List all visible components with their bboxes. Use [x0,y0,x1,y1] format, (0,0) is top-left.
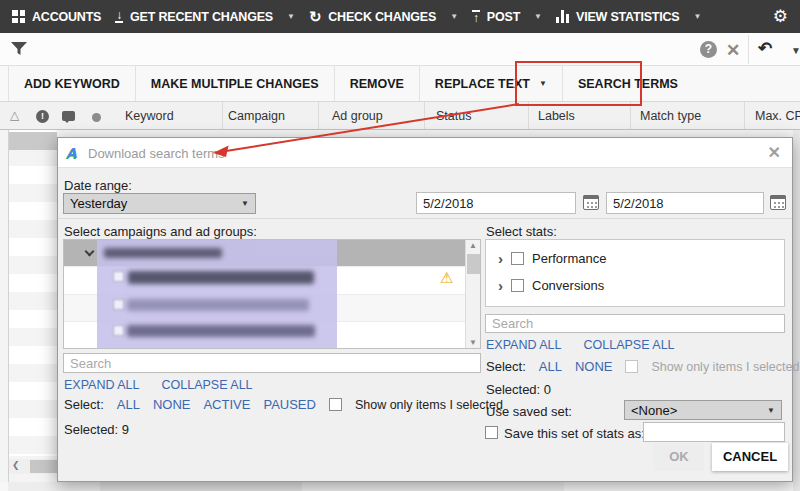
expand-chevron-icon[interactable]: › [498,279,503,292]
tree-vertical-scrollbar[interactable]: ▲ ▼ [465,240,480,348]
campaigns-expand-all-link[interactable]: EXPAND ALL [64,378,140,392]
campaign-checkbox[interactable] [113,299,124,310]
column-status[interactable]: Status [436,109,471,123]
scroll-left-icon[interactable]: ❮ [12,460,20,470]
redacted-campaign-row[interactable] [127,325,315,337]
redo-caret-icon[interactable]: ▼ [791,45,800,56]
campaigns-select-all-link[interactable]: ALL [117,397,140,412]
redacted-campaign-row[interactable] [127,299,309,311]
save-set-name-input[interactable] [643,422,785,442]
column-labels[interactable]: Labels [538,109,575,123]
date-range-select[interactable]: Yesterday ▼ [63,193,256,214]
start-date-input[interactable] [416,192,576,214]
conversions-checkbox[interactable] [511,279,524,292]
campaigns-selected-count: 9 [122,422,129,437]
menu-get-recent-changes[interactable]: ↓ GET RECENT CHANGES [115,10,273,24]
remove-button[interactable]: REMOVE [335,66,420,101]
help-icon[interactable]: ? [700,41,717,58]
clear-filter-icon[interactable]: ✕ [726,40,740,61]
get-recent-changes-caret-icon[interactable]: ▼ [287,12,295,21]
change-triangle-icon[interactable]: △ [10,108,19,122]
stats-collapse-all-link[interactable]: COLLAPSE ALL [584,338,675,352]
column-divider [744,102,745,129]
dialog-divider [58,218,792,219]
end-date-calendar-icon[interactable] [770,195,786,210]
replace-text-caret-icon[interactable]: ▼ [539,79,547,88]
start-date-calendar-icon[interactable] [583,195,599,210]
stats-show-only-checkbox[interactable] [625,360,638,373]
table-bottom-row [0,482,800,491]
check-changes-caret-icon[interactable]: ▼ [450,12,458,21]
campaigns-select-active-link[interactable]: ACTIVE [203,397,250,412]
accounts-grid-icon [12,10,25,23]
column-divider [318,102,319,129]
cancel-button[interactable]: CANCEL [712,443,788,471]
scroll-up-icon[interactable]: ▲ [469,241,477,250]
column-match-type[interactable]: Match type [640,109,701,123]
menu-get-recent-changes-label: GET RECENT CHANGES [130,10,273,24]
tree-scrollbar-thumb[interactable] [467,254,480,274]
menu-view-statistics[interactable]: VIEW STATISTICS [556,10,679,24]
campaigns-show-only-label: Show only items I selected [355,398,503,412]
stats-select-none-link[interactable]: NONE [575,359,613,374]
end-date-input[interactable] [606,192,764,214]
status-dot-icon[interactable] [92,113,101,122]
menu-check-changes[interactable]: ↻ CHECK CHANGES [309,10,436,24]
campaigns-collapse-all-link[interactable]: COLLAPSE ALL [162,378,253,392]
menu-accounts-label: ACCOUNTS [32,10,101,24]
campaigns-select-none-link[interactable]: NONE [153,397,191,412]
performance-checkbox[interactable] [511,252,524,265]
filter-bar: ? ✕ ↶ ▼ [0,33,800,66]
scroll-down-icon[interactable]: ▼ [469,338,477,347]
stats-row-conversions[interactable]: › Conversions [498,278,604,293]
view-statistics-caret-icon[interactable]: ▼ [694,12,702,21]
column-divider [222,102,223,129]
campaigns-selected-label: Selected: [64,422,118,437]
menu-post[interactable]: ↑ POST [472,10,520,24]
campaign-checkbox[interactable] [113,271,124,282]
add-keyword-button[interactable]: ADD KEYWORD [8,66,136,101]
make-multiple-changes-button[interactable]: MAKE MULTIPLE CHANGES [136,66,335,101]
replace-text-button[interactable]: REPLACE TEXT ▼ [420,66,563,101]
column-max-cpc[interactable]: Max. CP [755,109,800,123]
campaign-checkbox[interactable] [113,325,124,336]
redacted-account-row[interactable] [104,248,222,258]
error-icon[interactable]: ! [36,110,49,123]
table-rows [9,130,57,456]
stats-select-all-link[interactable]: ALL [539,359,562,374]
dialog-title: Download search terms [88,146,225,161]
undo-icon[interactable]: ↶ [758,38,772,59]
stats-row-performance[interactable]: › Performance [498,251,606,266]
column-keyword[interactable]: Keyword [125,109,174,123]
selected-row-cell [9,132,57,150]
column-campaign[interactable]: Campaign [228,109,285,123]
campaign-search-input[interactable] [63,353,481,373]
stats-expand-all-link[interactable]: EXPAND ALL [486,338,562,352]
ok-button[interactable]: OK [654,443,704,471]
menu-accounts[interactable]: ACCOUNTS [12,10,101,24]
bar-chart-icon [556,10,569,23]
filter-funnel-icon[interactable] [11,42,28,57]
dialog-close-icon[interactable]: ✕ [768,143,781,162]
make-multiple-changes-label: MAKE MULTIPLE CHANGES [151,77,319,91]
gear-icon[interactable]: ⚙ [773,6,788,27]
redacted-selection-highlight [97,240,337,348]
saved-set-select[interactable]: <None> ▼ [624,400,782,420]
app-right-edge [793,130,800,491]
expand-chevron-icon[interactable]: › [498,252,503,265]
save-set-label: Save this set of stats as: [504,426,645,441]
stats-select-label: Select: [486,359,526,374]
horizontal-scrollbar[interactable]: ❮ [9,459,57,474]
stats-label: Select stats: [486,224,557,239]
campaigns-select-label: Select: [64,397,104,412]
date-range-label: Date range: [64,178,132,193]
redacted-campaign-row[interactable] [128,271,314,284]
comment-icon[interactable] [62,111,75,121]
campaigns-select-paused-link[interactable]: PAUSED [263,397,316,412]
stats-search-input[interactable] [485,314,785,333]
post-caret-icon[interactable]: ▼ [534,12,542,21]
save-set-checkbox[interactable] [485,426,498,439]
campaigns-show-only-checkbox[interactable] [329,398,342,411]
column-ad-group[interactable]: Ad group [332,109,383,123]
search-terms-button[interactable]: SEARCH TERMS [563,66,693,101]
